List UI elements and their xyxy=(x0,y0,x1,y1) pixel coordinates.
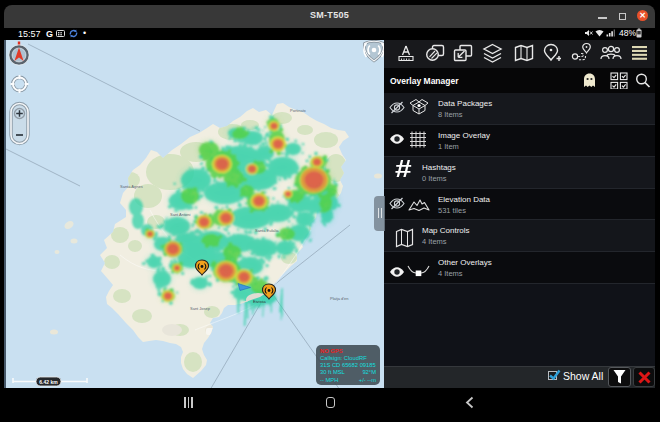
svg-text:Eivissa: Eivissa xyxy=(253,299,266,304)
svg-text:6.42 km: 6.42 km xyxy=(39,379,58,385)
svg-text:+/- --m: +/- --m xyxy=(359,377,376,383)
svg-text:31S CD 65682 09185: 31S CD 65682 09185 xyxy=(320,362,376,368)
svg-text:92°M: 92°M xyxy=(362,369,376,375)
svg-text:Santa Eulalia: Santa Eulalia xyxy=(255,228,279,233)
svg-text:NO GPS: NO GPS xyxy=(320,348,343,354)
svg-text:Callsign: CloudRF: Callsign: CloudRF xyxy=(320,355,367,361)
svg-text:Santa Agnes: Santa Agnes xyxy=(120,184,143,189)
svg-text:Portinatx: Portinatx xyxy=(290,108,306,113)
svg-text:Sant Antoni: Sant Antoni xyxy=(170,212,191,217)
svg-text:-- MPH: -- MPH xyxy=(320,377,338,383)
svg-text:30 ft MSL: 30 ft MSL xyxy=(320,369,346,375)
svg-text:Sant Josep: Sant Josep xyxy=(190,306,211,311)
svg-text:Platja d'en: Platja d'en xyxy=(330,296,349,301)
